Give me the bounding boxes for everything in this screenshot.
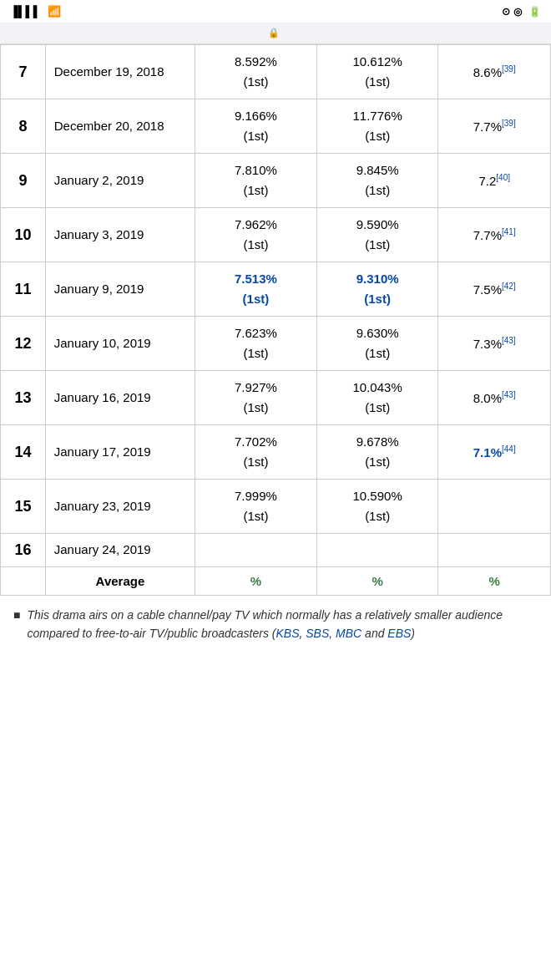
rating-last-col bbox=[438, 480, 551, 534]
rating-col2: 9.678%(1st) bbox=[316, 425, 438, 480]
link-kbs[interactable]: KBS bbox=[276, 627, 299, 640]
rating-col2 bbox=[316, 534, 438, 567]
table-row: 16January 24, 2019 bbox=[1, 534, 551, 567]
air-date: January 17, 2019 bbox=[45, 425, 195, 480]
rating-col2: 9.630%(1st) bbox=[316, 317, 438, 371]
rating-last-col: 8.0%[43] bbox=[438, 371, 551, 425]
table-row: 9January 2, 20197.810%(1st)9.845%(1st)7.… bbox=[1, 154, 551, 208]
rating-last-col: 7.5%[42] bbox=[438, 262, 551, 317]
table-row: 10January 3, 20197.962%(1st)9.590%(1st)7… bbox=[1, 208, 551, 262]
air-date: December 20, 2018 bbox=[45, 99, 195, 154]
rating-col2: 10.612%(1st) bbox=[316, 45, 438, 99]
table-row: 14January 17, 20197.702%(1st)9.678%(1st)… bbox=[1, 425, 551, 480]
avg-percent-2: % bbox=[316, 566, 438, 595]
rating-col2: 10.590%(1st) bbox=[316, 480, 438, 534]
air-date: January 10, 2019 bbox=[45, 317, 195, 371]
link-ebs[interactable]: EBS bbox=[387, 627, 411, 640]
rating-last-col: 7.2[40] bbox=[438, 154, 551, 208]
rating-col2: 10.043%(1st) bbox=[316, 371, 438, 425]
rating-col1: 7.513%(1st) bbox=[195, 262, 317, 317]
wifi-icon: 📶 bbox=[48, 5, 61, 18]
air-date: December 19, 2018 bbox=[45, 45, 195, 99]
avg-percent-3: % bbox=[438, 566, 551, 595]
rating-col2: 9.590%(1st) bbox=[316, 208, 438, 262]
table-container: 7December 19, 20188.592%(1st)10.612%(1st… bbox=[0, 44, 551, 596]
episode-number: 15 bbox=[1, 480, 46, 534]
alarm-icon: ⊙ bbox=[502, 6, 510, 18]
table-row: 7December 19, 20188.592%(1st)10.612%(1st… bbox=[1, 45, 551, 99]
air-date: January 23, 2019 bbox=[45, 480, 195, 534]
battery-icon: 🔋 bbox=[528, 6, 541, 18]
episode-number: 12 bbox=[1, 317, 46, 371]
footnote: ■ This drama airs on a cable channel/pay… bbox=[0, 596, 551, 653]
rating-col1: 7.927%(1st) bbox=[195, 371, 317, 425]
link-mbc[interactable]: MBC bbox=[336, 627, 361, 640]
rating-col1: 7.810%(1st) bbox=[195, 154, 317, 208]
avg-label: Average bbox=[45, 566, 195, 595]
table-row: 11January 9, 20197.513%(1st)9.310%(1st)7… bbox=[1, 262, 551, 317]
rating-last-col: 7.3%[43] bbox=[438, 317, 551, 371]
table-row: 12January 10, 20197.623%(1st)9.630%(1st)… bbox=[1, 317, 551, 371]
link-sbs[interactable]: SBS bbox=[306, 627, 329, 640]
rating-col1: 9.166%(1st) bbox=[195, 99, 317, 154]
rating-col2: 9.310%(1st) bbox=[316, 262, 438, 317]
avg-empty bbox=[1, 566, 46, 595]
rating-last-col: 7.1%[44] bbox=[438, 425, 551, 480]
table-row: 15January 23, 20197.999%(1st)10.590%(1st… bbox=[1, 480, 551, 534]
episode-number: 16 bbox=[1, 534, 46, 567]
rating-col1: 8.592%(1st) bbox=[195, 45, 317, 99]
lock-icon: 🔒 bbox=[268, 28, 280, 38]
rating-col2: 11.776%(1st) bbox=[316, 99, 438, 154]
rating-last-col: 7.7%[39] bbox=[438, 99, 551, 154]
avg-percent-1: % bbox=[195, 566, 317, 595]
air-date: January 16, 2019 bbox=[45, 371, 195, 425]
episode-number: 7 bbox=[1, 45, 46, 99]
rating-col2: 9.845%(1st) bbox=[316, 154, 438, 208]
rating-last-col bbox=[438, 534, 551, 567]
rating-col1: 7.999%(1st) bbox=[195, 480, 317, 534]
status-bar: ▐▌▌▌ 📶 ⊙ ◎ 🔋 bbox=[0, 0, 551, 23]
signal-icon: ▐▌▌▌ bbox=[10, 5, 41, 18]
rating-col1: 7.623%(1st) bbox=[195, 317, 317, 371]
episode-number: 11 bbox=[1, 262, 46, 317]
browser-bar[interactable]: 🔒 bbox=[0, 23, 551, 44]
rating-last-col: 8.6%[39] bbox=[438, 45, 551, 99]
air-date: January 9, 2019 bbox=[45, 262, 195, 317]
footnote-text: This drama airs on a cable channel/pay T… bbox=[27, 606, 538, 643]
air-date: January 2, 2019 bbox=[45, 154, 195, 208]
episode-number: 9 bbox=[1, 154, 46, 208]
footnote-bullet: ■ bbox=[13, 606, 20, 643]
episode-number: 13 bbox=[1, 371, 46, 425]
average-row: Average%%% bbox=[1, 566, 551, 595]
orientation-icon: ◎ bbox=[513, 6, 522, 18]
table-row: 13January 16, 20197.927%(1st)10.043%(1st… bbox=[1, 371, 551, 425]
rating-col1 bbox=[195, 534, 317, 567]
air-date: January 24, 2019 bbox=[45, 534, 195, 567]
rating-last-col: 7.7%[41] bbox=[438, 208, 551, 262]
air-date: January 3, 2019 bbox=[45, 208, 195, 262]
episode-number: 14 bbox=[1, 425, 46, 480]
episode-number: 10 bbox=[1, 208, 46, 262]
rating-col1: 7.962%(1st) bbox=[195, 208, 317, 262]
status-left: ▐▌▌▌ 📶 bbox=[10, 5, 61, 18]
status-right: ⊙ ◎ 🔋 bbox=[502, 6, 541, 18]
episode-number: 8 bbox=[1, 99, 46, 154]
rating-col1: 7.702%(1st) bbox=[195, 425, 317, 480]
ratings-table: 7December 19, 20188.592%(1st)10.612%(1st… bbox=[0, 44, 551, 596]
table-row: 8December 20, 20189.166%(1st)11.776%(1st… bbox=[1, 99, 551, 154]
